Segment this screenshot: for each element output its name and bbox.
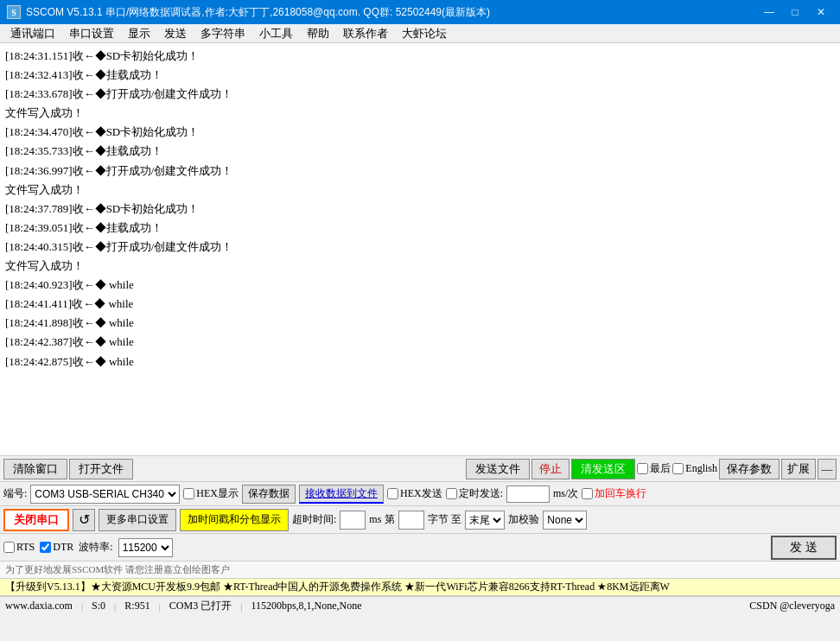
hex-display-text: HEX显示 xyxy=(196,486,239,501)
timed-send-text: 定时发送: xyxy=(459,486,503,501)
menu-item-多字符串[interactable]: 多字符串 xyxy=(194,24,252,43)
log-line: [18:24:32.413]收←◆挂载成功！ xyxy=(5,66,835,85)
timed-interval-input[interactable]: 1000 xyxy=(506,486,550,503)
log-line: [18:24:39.051]收←◆挂载成功！ xyxy=(5,219,835,238)
last-checkbox[interactable] xyxy=(637,463,648,474)
promo-row: 为了更好地发展SSCOM软件 请您注册嘉立创绘图客户 xyxy=(0,562,840,579)
rts-text: RTS xyxy=(16,541,35,554)
more-settings-button[interactable]: 更多串口设置 xyxy=(99,509,176,531)
menu-bar: 通讯端口串口设置显示发送多字符串小工具帮助联系作者大虾论坛 xyxy=(0,24,840,43)
maximize-button[interactable]: □ xyxy=(783,3,807,21)
window-controls: — □ ✕ xyxy=(757,3,833,21)
page-label: 第 xyxy=(385,512,395,527)
title-text: SSCOM V5.13.1 串口/网络数据调试器,作者:大虾丁丁,2618058… xyxy=(26,5,757,20)
minimize-button[interactable]: — xyxy=(757,3,781,21)
log-line: [18:24:37.789]收←◆SD卡初始化成功！ xyxy=(5,200,835,219)
timed-send-checkbox[interactable] xyxy=(446,488,457,499)
menu-item-小工具[interactable]: 小工具 xyxy=(252,24,300,43)
menu-item-发送[interactable]: 发送 xyxy=(157,24,194,43)
dtr-text: DTR xyxy=(53,541,73,554)
control-row-4: RTS DTR 波特率: 115200 发 送 xyxy=(0,534,840,562)
log-line: [18:24:42.387]收←◆ while xyxy=(5,333,835,352)
ms-label2: ms xyxy=(369,513,381,526)
timeout-input[interactable]: 20 xyxy=(340,511,366,530)
status-csdn: CSDN @cleveryoga xyxy=(749,600,835,612)
menu-item-帮助[interactable]: 帮助 xyxy=(300,24,336,43)
end-select[interactable]: 末尾 xyxy=(465,511,505,530)
send-button[interactable]: 发 送 xyxy=(771,536,837,560)
status-port: COM3 已打开 xyxy=(169,599,232,613)
control-row-3: 关闭串口 ↺ 更多串口设置 加时间戳和分包显示 超时时间: 20 ms 第 1 … xyxy=(0,506,840,534)
timeout-label: 超时时间: xyxy=(292,512,336,527)
recv-file-button[interactable]: 接收数据到文件 xyxy=(299,485,384,504)
menu-item-通讯端口[interactable]: 通讯端口 xyxy=(3,24,62,43)
hex-display-checkbox[interactable] xyxy=(183,488,194,499)
expand-button[interactable]: 扩展 xyxy=(781,459,816,479)
timed-send-label[interactable]: 定时发送: xyxy=(446,486,503,501)
rts-label[interactable]: RTS xyxy=(3,541,35,554)
ticker-text: 【升级到V5.13.1】★大资源MCU开发板9.9包邮 ★RT-Thread中国… xyxy=(5,580,670,594)
log-line: [18:24:34.470]收←◆SD卡初始化成功！ xyxy=(5,123,835,142)
log-line: [18:24:41.411]收←◆ while xyxy=(5,295,835,314)
dtr-checkbox[interactable] xyxy=(40,542,51,553)
status-r: R:951 xyxy=(124,600,150,612)
app-icon: S xyxy=(7,5,21,19)
promo-text: 为了更好地发展SSCOM软件 请您注册嘉立创绘图客户 xyxy=(5,564,230,574)
carriage-return-label[interactable]: 加回车换行 xyxy=(582,486,646,501)
checksum-label: 加校验 xyxy=(508,512,539,527)
port-select[interactable]: COM3 USB-SERIAL CH340 xyxy=(30,485,180,504)
close-port-button[interactable]: 关闭串口 xyxy=(3,509,69,531)
last-label: 最后 xyxy=(650,461,671,476)
english-checkbox-label[interactable]: English xyxy=(672,462,717,475)
checksum-select[interactable]: None xyxy=(543,511,587,530)
log-line: [18:24:33.678]收←◆打开成功/创建文件成功！文件写入成功！ xyxy=(5,85,835,123)
send-file-button[interactable]: 发送文件 xyxy=(466,459,530,479)
log-line: [18:24:40.923]收←◆ while xyxy=(5,276,835,295)
status-s: S:0 xyxy=(92,600,105,612)
log-line: [18:24:36.997]收←◆打开成功/创建文件成功！文件写入成功！ xyxy=(5,162,835,200)
hex-send-text: HEX发送 xyxy=(400,486,442,501)
hex-display-label[interactable]: HEX显示 xyxy=(183,486,239,501)
status-website: www.daxia.com xyxy=(5,600,73,612)
log-line: [18:24:41.898]收←◆ while xyxy=(5,314,835,333)
port-label: 端号: xyxy=(3,486,27,501)
menu-item-联系作者[interactable]: 联系作者 xyxy=(336,24,395,43)
clear-window-button[interactable]: 清除窗口 xyxy=(3,459,67,479)
english-label: English xyxy=(685,462,717,475)
baud-label: 波特率: xyxy=(79,540,112,555)
hex-send-checkbox[interactable] xyxy=(387,488,398,499)
page-input[interactable]: 1 xyxy=(398,511,424,530)
ticker-bar: 【升级到V5.13.1】★大资源MCU开发板9.9包邮 ★RT-Thread中国… xyxy=(0,579,840,596)
close-button[interactable]: ✕ xyxy=(809,3,833,21)
timestamp-button[interactable]: 加时间戳和分包显示 xyxy=(180,509,289,531)
menu-item-显示[interactable]: 显示 xyxy=(121,24,157,43)
minus-button[interactable]: — xyxy=(818,459,837,479)
refresh-button[interactable]: ↺ xyxy=(73,509,95,531)
baud-select[interactable]: 115200 xyxy=(118,538,173,557)
control-row-2: 端号: COM3 USB-SERIAL CH340 HEX显示 保存数据 接收数… xyxy=(0,482,840,506)
log-line: [18:24:42.875]收←◆ while xyxy=(5,352,835,371)
main-log-area: [18:24:31.151]收←◆SD卡初始化成功！[18:24:32.413]… xyxy=(0,43,840,456)
status-baud: 115200bps,8,1,None,None xyxy=(251,600,361,612)
stop-button[interactable]: 停止 xyxy=(531,459,570,479)
rts-checkbox[interactable] xyxy=(3,542,15,553)
menu-item-大虾论坛[interactable]: 大虾论坛 xyxy=(395,24,454,43)
ms-label: ms/次 xyxy=(553,486,578,501)
log-line: [18:24:35.733]收←◆挂载成功！ xyxy=(5,142,835,161)
byte-label: 字节 至 xyxy=(428,512,461,527)
control-row-1: 清除窗口 打开文件 发送文件 停止 清发送区 最后 English 保存参数 扩… xyxy=(0,456,840,482)
dtr-label[interactable]: DTR xyxy=(40,541,73,554)
save-params-button[interactable]: 保存参数 xyxy=(719,459,780,479)
log-line: [18:24:40.315]收←◆打开成功/创建文件成功！文件写入成功！ xyxy=(5,238,835,276)
clear-send-button[interactable]: 清发送区 xyxy=(571,459,635,479)
status-bar: www.daxia.com | S:0 | R:951 | COM3 已打开 |… xyxy=(0,596,840,615)
last-checkbox-label[interactable]: 最后 xyxy=(637,461,671,476)
english-checkbox[interactable] xyxy=(672,463,684,474)
bottom-panel: 清除窗口 打开文件 发送文件 停止 清发送区 最后 English 保存参数 扩… xyxy=(0,456,840,579)
carriage-return-checkbox[interactable] xyxy=(582,488,593,499)
menu-item-串口设置[interactable]: 串口设置 xyxy=(62,24,121,43)
hex-send-label[interactable]: HEX发送 xyxy=(387,486,442,501)
log-line: [18:24:31.151]收←◆SD卡初始化成功！ xyxy=(5,47,835,66)
open-file-button[interactable]: 打开文件 xyxy=(69,459,133,479)
save-data-button[interactable]: 保存数据 xyxy=(242,485,296,504)
